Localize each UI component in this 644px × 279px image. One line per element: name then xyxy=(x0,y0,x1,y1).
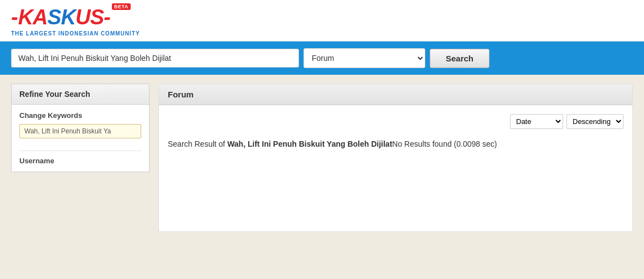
search-bar: Forum Thread User Search xyxy=(0,42,644,75)
result-no-results: No Results found (0.0098 sec) xyxy=(392,140,497,148)
logo-text: KASKUS xyxy=(18,6,104,29)
results-body: Date Relevance Descending Ascending Sear… xyxy=(159,105,632,159)
result-prefix: Search Result of xyxy=(168,140,227,148)
header: -KASKUS- BETA THE LARGEST INDONESIAN COM… xyxy=(0,0,644,42)
sidebar-header: Refine Your Search xyxy=(11,84,150,105)
result-query-bold: Wah, Lift Ini Penuh Biskuit Yang Boleh D… xyxy=(227,140,392,148)
tagline: THE LARGEST INDONESIAN COMMUNITY xyxy=(11,30,633,37)
search-input[interactable] xyxy=(11,49,299,68)
logo-wrapper: -KASKUS- BETA xyxy=(11,6,111,29)
keyword-input[interactable] xyxy=(19,124,141,138)
change-keywords-title: Change Keywords xyxy=(19,111,141,120)
logo-container: -KASKUS- BETA xyxy=(11,6,633,29)
sort-controls: Date Relevance Descending Ascending xyxy=(168,114,624,129)
logo-right-dash: - xyxy=(104,6,111,29)
logo-left-dash: - xyxy=(11,6,18,29)
sidebar: Refine Your Search Change Keywords Usern… xyxy=(11,84,150,232)
beta-badge: BETA xyxy=(112,3,131,10)
main-content: Refine Your Search Change Keywords Usern… xyxy=(0,75,644,241)
username-label: Username xyxy=(19,157,141,165)
sort-order-select[interactable]: Descending Ascending xyxy=(566,114,624,129)
results-area: Forum Date Relevance Descending Ascendin… xyxy=(158,84,633,232)
results-header: Forum xyxy=(159,84,632,105)
sort-date-select[interactable]: Date Relevance xyxy=(510,114,563,129)
sidebar-body: Change Keywords Username xyxy=(11,105,150,172)
search-button[interactable]: Search xyxy=(430,49,490,68)
result-text: Search Result of Wah, Lift Ini Penuh Bis… xyxy=(168,138,624,150)
sidebar-divider xyxy=(19,151,141,151)
search-category-select[interactable]: Forum Thread User xyxy=(303,48,425,68)
